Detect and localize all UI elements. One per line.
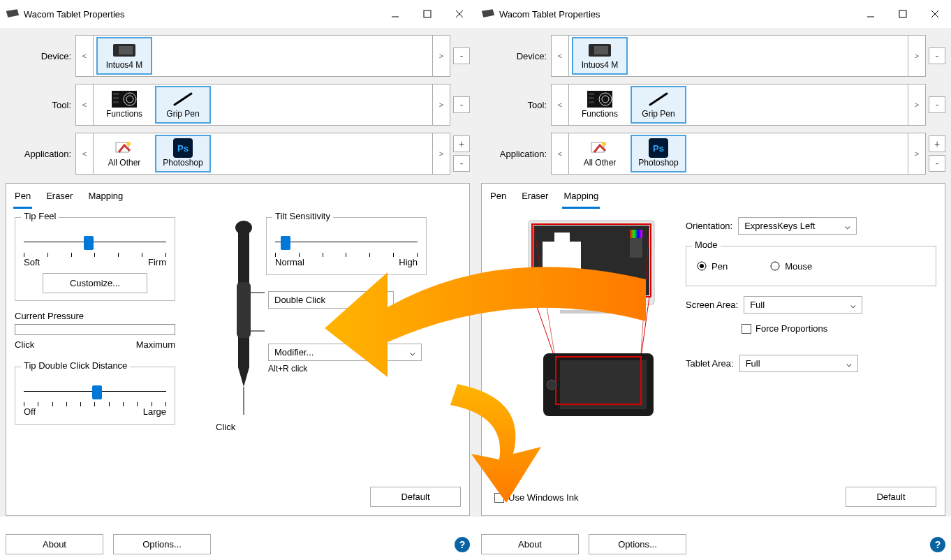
application-remove-button[interactable]: - — [929, 155, 945, 172]
checkbox-unchecked-icon — [494, 493, 504, 503]
tab-mapping[interactable]: Mapping — [87, 186, 124, 209]
tablet-area-dropdown[interactable]: Full⌵ — [739, 355, 858, 372]
screen-area-dropdown[interactable]: Full⌵ — [744, 296, 862, 314]
tab-pen[interactable]: Pen — [489, 186, 508, 209]
svg-rect-9 — [113, 93, 119, 95]
svg-line-50 — [533, 297, 554, 357]
device-next-button[interactable]: > — [432, 35, 450, 77]
close-button[interactable] — [919, 3, 951, 25]
tool-next-button[interactable]: > — [908, 84, 926, 126]
application-item-label: Photoshop — [163, 158, 202, 168]
tilt-slider[interactable] — [275, 235, 418, 250]
tab-pen[interactable]: Pen — [13, 186, 32, 209]
close-button[interactable] — [443, 3, 476, 25]
tablet-icon — [112, 42, 137, 59]
default-button[interactable]: Default — [846, 487, 936, 507]
application-items: All Other Ps Photoshop — [569, 133, 908, 175]
mode-pen-radio[interactable]: Pen — [696, 260, 728, 272]
application-remove-button[interactable]: - — [453, 155, 470, 172]
application-prev-button[interactable]: < — [551, 133, 569, 175]
application-next-button[interactable]: > — [432, 133, 450, 175]
device-label: Device: — [481, 51, 551, 61]
pressure-bar — [15, 324, 175, 335]
application-item-allother[interactable]: All Other — [572, 135, 628, 172]
tool-remove-button[interactable]: - — [929, 96, 945, 113]
tool-item-functions[interactable]: Functions — [96, 86, 152, 124]
tablet-area-value: Full — [746, 358, 760, 369]
bottom-buttons: About Options... ? — [6, 534, 470, 554]
svg-rect-11 — [113, 101, 119, 103]
application-prev-button[interactable]: < — [75, 133, 94, 175]
device-next-button[interactable]: > — [908, 35, 926, 77]
tilt-normal-label: Normal — [275, 257, 304, 267]
application-item-allother[interactable]: All Other — [96, 135, 152, 172]
help-icon[interactable]: ? — [930, 537, 945, 552]
maximize-button[interactable] — [887, 3, 919, 25]
device-remove-button[interactable]: - — [453, 47, 470, 64]
device-prev-button[interactable]: < — [551, 35, 569, 77]
device-item-intuos4m[interactable]: Intuos4 M — [96, 37, 152, 75]
tab-strip: Pen Eraser Mapping — [481, 183, 945, 209]
pen-upper-button-dropdown[interactable]: Double Click — [268, 291, 394, 309]
mode-mouse-radio[interactable]: Mouse — [769, 260, 812, 272]
chevron-down-icon: ⌵ — [846, 358, 852, 369]
window-mapping: Wacom Tablet Properties Device: < Intuos… — [476, 0, 951, 560]
radio-unselected-icon — [769, 260, 781, 272]
device-prev-button[interactable]: < — [75, 35, 94, 77]
tab-mapping[interactable]: Mapping — [562, 186, 600, 209]
tool-item-functions[interactable]: Functions — [572, 86, 628, 124]
photoshop-icon: Ps — [170, 140, 196, 156]
minimize-button[interactable] — [379, 3, 411, 25]
svg-text:Ps: Ps — [653, 143, 664, 154]
application-item-label: All Other — [108, 158, 141, 168]
tip-dblclick-slider[interactable] — [24, 384, 166, 399]
application-item-label: Photoshop — [638, 158, 678, 168]
checkbox-unchecked-icon — [742, 324, 751, 334]
application-items: All Other Ps Photoshop — [94, 133, 432, 175]
application-item-label: All Other — [584, 158, 617, 168]
orientation-dropdown[interactable]: ExpressKeys Left⌵ — [738, 217, 857, 235]
about-button[interactable]: About — [481, 534, 579, 554]
tablet-icon — [587, 42, 612, 59]
maximize-button[interactable] — [411, 3, 443, 25]
about-button[interactable]: About — [6, 534, 103, 554]
tool-item-grippen[interactable]: Grip Pen — [631, 86, 686, 124]
application-item-photoshop[interactable]: Ps Photoshop — [155, 135, 211, 172]
svg-line-36 — [650, 94, 667, 105]
pen-diagram — [223, 219, 265, 429]
default-button[interactable]: Default — [370, 487, 461, 507]
use-windows-ink-checkbox[interactable]: Use Windows Ink — [494, 492, 578, 503]
tool-selector-row: Tool: < Functions Grip Pen > - — [6, 82, 470, 127]
tool-prev-button[interactable]: < — [75, 84, 94, 126]
minimize-button[interactable] — [855, 3, 887, 25]
orientation-label: Orientation: — [686, 221, 732, 231]
application-selector-row: Application: < All Other Ps Photoshop > … — [481, 131, 945, 176]
tool-remove-button[interactable]: - — [453, 96, 470, 113]
application-add-button[interactable]: + — [453, 135, 470, 152]
svg-rect-34 — [589, 97, 594, 99]
window-title: Wacom Tablet Properties — [24, 9, 379, 20]
options-button[interactable]: Options... — [589, 534, 686, 554]
application-item-photoshop[interactable]: Ps Photoshop — [631, 135, 686, 172]
tool-prev-button[interactable]: < — [551, 84, 569, 126]
tool-item-grippen[interactable]: Grip Pen — [155, 86, 211, 124]
help-icon[interactable]: ? — [455, 537, 470, 552]
tab-eraser[interactable]: Eraser — [45, 186, 74, 209]
tab-eraser[interactable]: Eraser — [520, 186, 550, 209]
device-remove-button[interactable]: - — [929, 47, 945, 64]
pen-lower-button-dropdown[interactable]: Modifier...⌵ — [268, 344, 422, 361]
customize-button[interactable]: Customize... — [43, 273, 147, 293]
tool-items: Functions Grip Pen — [569, 84, 908, 126]
svg-line-51 — [641, 297, 649, 357]
options-button[interactable]: Options... — [113, 534, 211, 554]
pen-icon — [646, 91, 671, 108]
application-add-button[interactable]: + — [929, 135, 945, 152]
device-item-intuos4m[interactable]: Intuos4 M — [572, 37, 628, 75]
tool-selector-row: Tool: < Functions Grip Pen > - — [481, 82, 945, 127]
mapping-panel: Orientation: ExpressKeys Left⌵ Mode Pen … — [481, 209, 945, 516]
tip-feel-slider[interactable] — [24, 235, 166, 250]
application-next-button[interactable]: > — [908, 133, 926, 175]
titlebar: Wacom Tablet Properties — [0, 0, 476, 28]
tool-next-button[interactable]: > — [432, 84, 450, 126]
force-proportions-checkbox[interactable]: Force Proportions — [742, 323, 936, 334]
